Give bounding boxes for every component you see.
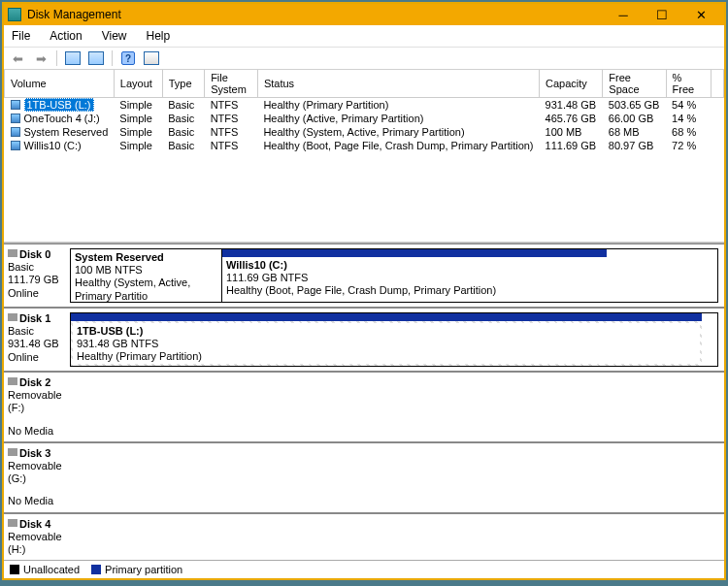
disk-state: No Media [8,495,66,507]
disk-graph [70,373,724,441]
volume-list[interactable]: Volume Layout Type File System Status Ca… [4,70,724,243]
help-icon: ? [121,51,135,65]
disk-kind: Basic [8,261,66,274]
volume-status: Healthy (Primary Partition) [257,98,539,113]
volume-free: 66.00 GB [603,112,666,125]
partition[interactable]: System Reserved100 MB NTFSHealthy (Syste… [71,249,222,302]
col-filesystem[interactable]: File System [205,70,258,98]
partition-health: Healthy (System, Active, Primary Partiti… [75,277,217,302]
col-volume[interactable]: Volume [5,70,115,98]
disk-kind: Removable (F:) [8,389,66,414]
col-percentfree[interactable]: % Free [666,70,711,98]
col-freespace[interactable]: Free Space [603,70,666,98]
menubar: File Action View Help [4,25,724,48]
minimize-button[interactable]: ─ [604,5,643,24]
partition-size: 100 MB NTFS [75,264,217,277]
volume-icon [11,114,20,123]
column-headers: Volume Layout Type File System Status Ca… [5,70,724,98]
forward-button[interactable]: ➡ [31,49,50,67]
volume-type: Basic [162,112,204,125]
disk-row[interactable]: Disk 0Basic111.79 GBOnlineSystem Reserve… [4,244,724,308]
partition-health: Healthy (Boot, Page File, Crash Dump, Pr… [226,284,603,297]
menu-view[interactable]: View [98,27,131,45]
volume-row[interactable]: 1TB-USB (L:)SimpleBasicNTFSHealthy (Prim… [5,98,724,113]
legend-primary: Primary partition [91,564,182,575]
volume-capacity: 111.69 GB [540,139,603,152]
volume-row[interactable]: System ReservedSimpleBasicNTFSHealthy (S… [5,125,724,139]
disk-label-panel: Disk 3Removable (G:)No Media [4,443,70,512]
volume-row[interactable]: Willis10 (C:)SimpleBasicNTFSHealthy (Boo… [5,139,724,152]
col-status[interactable]: Status [257,70,539,98]
app-icon [8,8,21,21]
titlebar[interactable]: Disk Management ─ ☐ ✕ [4,4,724,25]
partition-size: 111.69 GB NTFS [226,272,603,284]
swatch-unallocated-icon [10,565,19,574]
disk-row[interactable]: Disk 2Removable (F:)No Media [4,372,724,442]
legend-unallocated: Unallocated [10,564,80,575]
disk-icon [8,448,17,456]
disk-graph [70,514,724,561]
disk-state: Online [8,351,66,364]
menu-help[interactable]: Help [143,27,175,45]
layout-top-button[interactable] [63,49,83,67]
disk-size: 931.48 GB [8,338,66,350]
col-spacer [711,70,724,98]
col-capacity[interactable]: Capacity [540,70,603,98]
volume-type: Basic [162,125,204,139]
volume-name: System Reserved [24,126,109,138]
volume-type: Basic [162,139,204,152]
volume-icon [11,127,20,137]
volume-layout: Simple [114,98,162,113]
disk-row[interactable]: Disk 4Removable (H:)No Media [4,513,724,561]
col-layout[interactable]: Layout [114,70,162,98]
window-title: Disk Management [27,8,604,21]
volume-pct: 14 % [666,112,711,125]
toolbar: ⬅ ➡ ? [4,48,724,70]
volume-status: Healthy (Active, Primary Partition) [257,112,539,125]
toolbar-separator [56,50,57,66]
disk-row[interactable]: Disk 3Removable (G:)No Media [4,442,724,513]
back-button[interactable]: ⬅ [8,49,27,67]
disk-label-panel: Disk 1Basic931.48 GBOnline [4,309,70,371]
volume-row[interactable]: OneTouch 4 (J:)SimpleBasicNTFSHealthy (A… [5,112,724,125]
volume-layout: Simple [114,139,162,152]
partition[interactable]: Willis10 (C:)111.69 GB NTFSHealthy (Boot… [222,249,607,302]
disk-graphical-view[interactable]: Disk 0Basic111.79 GBOnlineSystem Reserve… [4,243,724,560]
col-type[interactable]: Type [162,70,204,98]
volume-fs: NTFS [205,139,258,152]
disk-label-panel: Disk 0Basic111.79 GBOnline [4,244,70,307]
menu-file[interactable]: File [8,27,34,45]
disk-management-window: Disk Management ─ ☐ ✕ File Action View H… [2,2,726,580]
partition-name: 1TB-USB (L:) [77,325,696,338]
partition-health: Healthy (Primary Partition) [77,350,696,363]
partition[interactable]: 1TB-USB (L:)931.48 GB NTFSHealthy (Prima… [71,313,702,366]
partition-name: System Reserved [75,251,217,264]
layout-bottom-button[interactable] [86,49,106,67]
disk-kind: Removable (H:) [8,531,66,556]
menu-action[interactable]: Action [46,27,85,45]
partition-header-bar [222,249,607,257]
disk-graph: 1TB-USB (L:)931.48 GB NTFSHealthy (Prima… [70,309,724,371]
volume-free: 80.97 GB [603,139,666,152]
partition-name: Willis10 (C:) [226,259,603,272]
disk-state: No Media [8,425,66,438]
disk-kind: Removable (G:) [8,460,66,485]
partition-size: 931.48 GB NTFS [77,338,696,350]
maximize-button[interactable]: ☐ [643,5,681,24]
volume-pct: 54 % [666,98,711,113]
volume-status: Healthy (Boot, Page File, Crash Dump, Pr… [257,139,539,152]
disk-icon [8,377,17,385]
disk-number: Disk 4 [19,518,50,530]
disk-row[interactable]: Disk 1Basic931.48 GBOnline1TB-USB (L:)93… [4,308,724,372]
close-button[interactable]: ✕ [681,5,720,24]
disk-label-panel: Disk 4Removable (H:)No Media [4,514,70,561]
volume-name: OneTouch 4 (J:) [24,113,100,124]
volume-name: Willis10 (C:) [24,140,82,151]
partition-container: 1TB-USB (L:)931.48 GB NTFSHealthy (Prima… [70,312,718,367]
volume-capacity: 100 MB [540,125,603,139]
help-button[interactable]: ? [118,49,138,67]
volume-name: 1TB-USB (L:) [24,98,94,112]
settings-button[interactable] [142,49,161,67]
disk-label-panel: Disk 2Removable (F:)No Media [4,373,70,441]
volume-pct: 72 % [666,139,711,152]
